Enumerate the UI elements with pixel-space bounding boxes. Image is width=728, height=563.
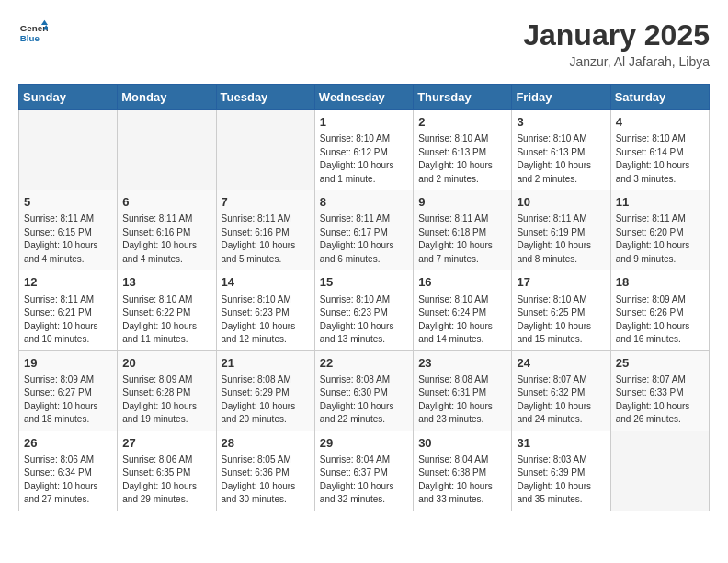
day-info: Sunrise: 8:10 AM Sunset: 6:12 PM Dayligh… (320, 132, 408, 186)
calendar-day: 16Sunrise: 8:10 AM Sunset: 6:24 PM Dayli… (414, 270, 512, 350)
title-block: January 2025 Janzur, Al Jafarah, Libya (523, 18, 710, 69)
calendar-week-row: 5Sunrise: 8:11 AM Sunset: 6:15 PM Daylig… (19, 190, 710, 270)
day-info: Sunrise: 8:10 AM Sunset: 6:13 PM Dayligh… (517, 132, 605, 186)
calendar-subtitle: Janzur, Al Jafarah, Libya (523, 54, 710, 69)
day-number: 22 (320, 355, 408, 372)
calendar-day: 19Sunrise: 8:09 AM Sunset: 6:27 PM Dayli… (19, 350, 118, 431)
calendar-day: 23Sunrise: 8:08 AM Sunset: 6:31 PM Dayli… (414, 350, 512, 431)
day-info: Sunrise: 8:09 AM Sunset: 6:26 PM Dayligh… (616, 293, 704, 347)
day-info: Sunrise: 8:08 AM Sunset: 6:31 PM Dayligh… (418, 373, 506, 427)
day-info: Sunrise: 8:03 AM Sunset: 6:39 PM Dayligh… (517, 454, 605, 507)
calendar-day (610, 431, 709, 511)
day-info: Sunrise: 8:11 AM Sunset: 6:19 PM Dayligh… (517, 213, 605, 266)
calendar-day: 28Sunrise: 8:05 AM Sunset: 6:36 PM Dayli… (216, 431, 314, 511)
day-info: Sunrise: 8:04 AM Sunset: 6:37 PM Dayligh… (320, 454, 408, 507)
weekday-header-row: SundayMondayTuesdayWednesdayThursdayFrid… (19, 85, 710, 110)
weekday-header-saturday: Saturday (610, 85, 709, 110)
day-info: Sunrise: 8:09 AM Sunset: 6:28 PM Dayligh… (122, 373, 210, 427)
calendar-week-row: 12Sunrise: 8:11 AM Sunset: 6:21 PM Dayli… (19, 270, 710, 350)
calendar-title: January 2025 (523, 18, 710, 52)
day-number: 2 (418, 114, 506, 131)
calendar-day: 21Sunrise: 8:08 AM Sunset: 6:29 PM Dayli… (216, 350, 314, 431)
logo: General Blue (18, 18, 48, 48)
calendar-day: 22Sunrise: 8:08 AM Sunset: 6:30 PM Dayli… (314, 350, 413, 431)
day-number: 29 (320, 435, 408, 452)
day-number: 13 (122, 274, 210, 291)
day-number: 31 (517, 435, 605, 452)
day-info: Sunrise: 8:08 AM Sunset: 6:30 PM Dayligh… (320, 373, 408, 427)
day-number: 12 (24, 274, 112, 291)
calendar-day: 17Sunrise: 8:10 AM Sunset: 6:25 PM Dayli… (512, 270, 610, 350)
day-number: 16 (418, 274, 506, 291)
day-number: 27 (122, 435, 210, 452)
day-info: Sunrise: 8:11 AM Sunset: 6:15 PM Dayligh… (24, 213, 112, 266)
day-info: Sunrise: 8:08 AM Sunset: 6:29 PM Dayligh… (222, 373, 310, 427)
calendar-day: 8Sunrise: 8:11 AM Sunset: 6:17 PM Daylig… (314, 190, 413, 270)
calendar-day: 31Sunrise: 8:03 AM Sunset: 6:39 PM Dayli… (512, 431, 610, 511)
calendar-day: 1Sunrise: 8:10 AM Sunset: 6:12 PM Daylig… (314, 110, 413, 190)
day-info: Sunrise: 8:11 AM Sunset: 6:17 PM Dayligh… (320, 213, 408, 266)
day-info: Sunrise: 8:07 AM Sunset: 6:33 PM Dayligh… (616, 373, 704, 427)
calendar-day: 13Sunrise: 8:10 AM Sunset: 6:22 PM Dayli… (118, 270, 216, 350)
calendar-day: 9Sunrise: 8:11 AM Sunset: 6:18 PM Daylig… (414, 190, 512, 270)
calendar-day: 25Sunrise: 8:07 AM Sunset: 6:33 PM Dayli… (610, 350, 709, 431)
calendar-day: 3Sunrise: 8:10 AM Sunset: 6:13 PM Daylig… (512, 110, 610, 190)
day-number: 17 (517, 274, 605, 291)
calendar-day: 10Sunrise: 8:11 AM Sunset: 6:19 PM Dayli… (512, 190, 610, 270)
day-info: Sunrise: 8:10 AM Sunset: 6:13 PM Dayligh… (418, 132, 506, 186)
calendar-day: 26Sunrise: 8:06 AM Sunset: 6:34 PM Dayli… (19, 431, 118, 511)
day-number: 11 (616, 194, 704, 211)
calendar-day: 12Sunrise: 8:11 AM Sunset: 6:21 PM Dayli… (19, 270, 118, 350)
calendar-day: 4Sunrise: 8:10 AM Sunset: 6:14 PM Daylig… (610, 110, 709, 190)
day-number: 5 (24, 194, 112, 211)
calendar-day: 30Sunrise: 8:04 AM Sunset: 6:38 PM Dayli… (414, 431, 512, 511)
calendar-day: 6Sunrise: 8:11 AM Sunset: 6:16 PM Daylig… (118, 190, 216, 270)
day-info: Sunrise: 8:10 AM Sunset: 6:22 PM Dayligh… (122, 293, 210, 347)
day-info: Sunrise: 8:11 AM Sunset: 6:18 PM Dayligh… (418, 213, 506, 266)
day-number: 18 (616, 274, 704, 291)
logo-icon: General Blue (18, 18, 48, 48)
calendar-day: 20Sunrise: 8:09 AM Sunset: 6:28 PM Dayli… (118, 350, 216, 431)
calendar-day: 15Sunrise: 8:10 AM Sunset: 6:23 PM Dayli… (314, 270, 413, 350)
day-info: Sunrise: 8:06 AM Sunset: 6:34 PM Dayligh… (24, 454, 112, 507)
day-number: 14 (222, 274, 310, 291)
day-info: Sunrise: 8:11 AM Sunset: 6:16 PM Dayligh… (122, 213, 210, 266)
weekday-header-sunday: Sunday (19, 85, 118, 110)
day-number: 28 (222, 435, 310, 452)
day-number: 4 (616, 114, 704, 131)
day-number: 24 (517, 355, 605, 372)
day-info: Sunrise: 8:10 AM Sunset: 6:23 PM Dayligh… (320, 293, 408, 347)
day-info: Sunrise: 8:04 AM Sunset: 6:38 PM Dayligh… (418, 454, 506, 507)
calendar-day (216, 110, 314, 190)
day-number: 26 (24, 435, 112, 452)
day-number: 10 (517, 194, 605, 211)
day-number: 19 (24, 355, 112, 372)
calendar-day: 5Sunrise: 8:11 AM Sunset: 6:15 PM Daylig… (19, 190, 118, 270)
day-info: Sunrise: 8:10 AM Sunset: 6:14 PM Dayligh… (616, 132, 704, 186)
day-info: Sunrise: 8:11 AM Sunset: 6:21 PM Dayligh… (24, 293, 112, 347)
page-header: General Blue January 2025 Janzur, Al Jaf… (18, 18, 710, 69)
calendar-day: 24Sunrise: 8:07 AM Sunset: 6:32 PM Dayli… (512, 350, 610, 431)
day-info: Sunrise: 8:10 AM Sunset: 6:25 PM Dayligh… (517, 293, 605, 347)
weekday-header-wednesday: Wednesday (314, 85, 413, 110)
day-number: 1 (320, 114, 408, 131)
weekday-header-monday: Monday (118, 85, 216, 110)
day-info: Sunrise: 8:10 AM Sunset: 6:23 PM Dayligh… (222, 293, 310, 347)
calendar-day: 2Sunrise: 8:10 AM Sunset: 6:13 PM Daylig… (414, 110, 512, 190)
calendar-day: 11Sunrise: 8:11 AM Sunset: 6:20 PM Dayli… (610, 190, 709, 270)
weekday-header-friday: Friday (512, 85, 610, 110)
calendar-week-row: 26Sunrise: 8:06 AM Sunset: 6:34 PM Dayli… (19, 431, 710, 511)
weekday-header-tuesday: Tuesday (216, 85, 314, 110)
day-info: Sunrise: 8:10 AM Sunset: 6:24 PM Dayligh… (418, 293, 506, 347)
calendar-table: SundayMondayTuesdayWednesdayThursdayFrid… (18, 84, 710, 511)
day-info: Sunrise: 8:09 AM Sunset: 6:27 PM Dayligh… (24, 373, 112, 427)
day-number: 30 (418, 435, 506, 452)
calendar-day: 29Sunrise: 8:04 AM Sunset: 6:37 PM Dayli… (314, 431, 413, 511)
day-number: 23 (418, 355, 506, 372)
day-info: Sunrise: 8:06 AM Sunset: 6:35 PM Dayligh… (122, 454, 210, 507)
day-info: Sunrise: 8:11 AM Sunset: 6:16 PM Dayligh… (222, 213, 310, 266)
weekday-header-thursday: Thursday (414, 85, 512, 110)
calendar-day: 7Sunrise: 8:11 AM Sunset: 6:16 PM Daylig… (216, 190, 314, 270)
day-number: 20 (122, 355, 210, 372)
day-number: 6 (122, 194, 210, 211)
